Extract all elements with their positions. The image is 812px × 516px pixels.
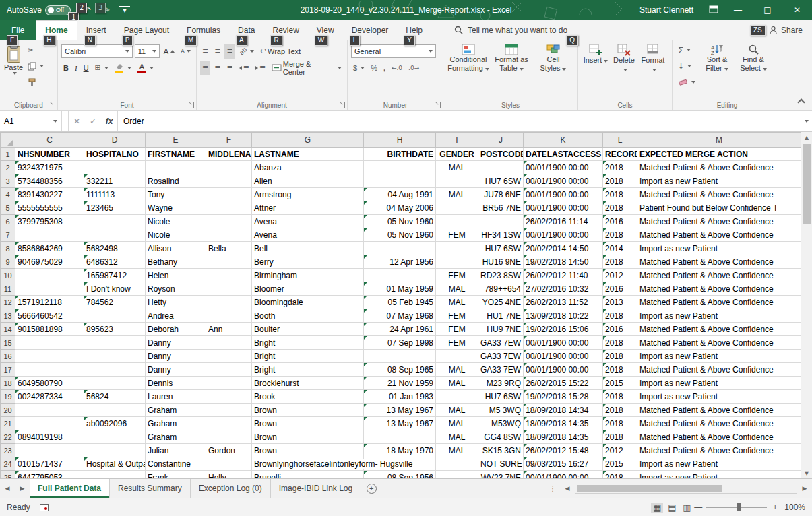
horizontal-scrollbar-thumb[interactable] (577, 485, 722, 492)
cell[interactable] (364, 242, 436, 255)
cell[interactable]: 2018 (603, 174, 637, 188)
cell[interactable]: Brocklehurst (252, 377, 364, 390)
cell[interactable]: 20/02/2014 14:50 (524, 242, 603, 255)
cell[interactable]: GA33 7EW (478, 350, 524, 363)
cell[interactable] (15, 336, 84, 350)
cell[interactable]: FIRSTNAME (146, 148, 206, 161)
cell[interactable]: 09/03/2015 16:27 (524, 457, 603, 471)
row-header-2[interactable]: 2 (1, 161, 15, 174)
insert-cells-button[interactable]: Insert (582, 42, 610, 75)
cell[interactable]: Import as new Patient (637, 471, 801, 479)
page-layout-view-button[interactable]: ▤ (666, 503, 678, 513)
cell[interactable]: Graham (146, 404, 206, 417)
cell[interactable]: HOSPITALNO (84, 148, 146, 161)
cell[interactable]: Matched Patient & Above Confidence (637, 404, 801, 417)
find-select-button[interactable]: Find & Select (737, 42, 770, 90)
zoom-slider[interactable] (706, 507, 767, 508)
comma-style-button[interactable]: , (381, 61, 387, 75)
close-button[interactable]: ✕ (782, 0, 812, 20)
cell[interactable]: HU9 7NE (478, 323, 524, 336)
cell[interactable]: 2018 (603, 161, 637, 174)
cell[interactable] (206, 296, 252, 309)
cell[interactable]: 2018 (603, 336, 637, 350)
cell[interactable]: 19/02/2018 15:28 (524, 390, 603, 404)
cell[interactable]: Brook (252, 390, 364, 404)
ribbon-tab-page-layout[interactable]: Page LayoutP (115, 20, 178, 40)
column-header-D[interactable]: D (84, 133, 146, 148)
cell[interactable]: Bright (252, 350, 364, 363)
cell[interactable]: FEM (436, 323, 478, 336)
ribbon-tab-file[interactable]: FileF (0, 20, 36, 40)
cell[interactable]: MAL (436, 404, 478, 417)
cell[interactable] (15, 228, 84, 242)
cell[interactable]: 19/02/2016 15:06 (524, 323, 603, 336)
cell[interactable]: Allison (146, 242, 206, 255)
cell[interactable]: Matched Patient & Above Confidence (637, 228, 801, 242)
fill-button[interactable]: ↓ (676, 59, 697, 73)
hscroll-left-arrow[interactable]: ◀ (560, 479, 575, 498)
increase-font-button[interactable]: A (162, 44, 177, 59)
row-header-10[interactable]: 10 (1, 269, 15, 282)
cell[interactable]: Constantine (146, 457, 206, 471)
formula-bar-expand-button[interactable] (799, 111, 812, 131)
cell[interactable] (206, 404, 252, 417)
align-center-button[interactable]: ≡ (212, 61, 222, 75)
enter-button[interactable]: ✓ (85, 117, 101, 126)
cell[interactable]: 27/02/2016 10:32 (524, 282, 603, 296)
vertical-scrollbar[interactable]: ▲ ▼ (801, 132, 812, 478)
cell[interactable]: 0024287334 (15, 390, 84, 404)
cell[interactable]: Andrea (146, 309, 206, 323)
fill-color-button[interactable] (113, 61, 133, 75)
row-header-12[interactable]: 12 (1, 296, 15, 309)
cell[interactable]: MIDDLENAM (206, 148, 252, 161)
cell[interactable]: Allen (252, 174, 364, 188)
cell[interactable] (436, 174, 478, 188)
cell[interactable]: GG4 8SW (478, 430, 524, 444)
cell[interactable] (478, 161, 524, 174)
ribbon-tab-developer[interactable]: DeveloperL (343, 20, 398, 40)
number-dialog-launcher[interactable] (435, 102, 441, 108)
sheet-nav-left[interactable]: ◀ (0, 479, 15, 498)
clipboard-dialog-launcher[interactable] (49, 102, 55, 108)
cell[interactable]: Tony (146, 188, 206, 201)
cell[interactable] (206, 174, 252, 188)
cell[interactable]: FEM (436, 336, 478, 350)
cell[interactable]: Matched Patient & Above Confidence (637, 269, 801, 282)
cell[interactable] (84, 404, 146, 417)
cell[interactable]: GENDER (436, 148, 478, 161)
cell[interactable]: M5 3WQ (478, 404, 524, 417)
cell[interactable]: Import as new Patient (637, 457, 801, 471)
vertical-scrollbar-thumb[interactable] (803, 144, 811, 224)
cell[interactable]: 18/09/2018 14:35 (524, 430, 603, 444)
cell[interactable]: GA33 7EW (478, 336, 524, 350)
cell[interactable]: Matched Patient & Above Confidence (637, 215, 801, 228)
share-button[interactable]: ZS Share (769, 20, 803, 40)
autosave-toggle[interactable]: AutoSave Off 1 (7, 5, 71, 15)
row-header-6[interactable]: 6 (1, 215, 15, 228)
cell[interactable]: Danny (146, 336, 206, 350)
row-header-9[interactable]: 9 (1, 255, 15, 269)
row-header-19[interactable]: 19 (1, 390, 15, 404)
cell[interactable]: 05 Feb 1945 (364, 296, 436, 309)
column-header-G[interactable]: G (252, 133, 364, 148)
cell[interactable]: 04 Aug 1991 (364, 188, 436, 201)
cell[interactable]: Julian (146, 444, 206, 457)
cell[interactable]: Graham (146, 417, 206, 430)
cell[interactable]: YO25 4NE (478, 296, 524, 309)
align-right-button[interactable]: ≡ (224, 61, 235, 75)
cell[interactable]: I Don't know (84, 282, 146, 296)
cell[interactable]: Import as new Patient (637, 350, 801, 363)
cell[interactable]: FEM (436, 309, 478, 323)
cell[interactable]: M23 9RQ (478, 377, 524, 390)
ribbon-tab-home[interactable]: HomeH (36, 20, 77, 40)
bottom-align-button[interactable]: ≡ (224, 44, 235, 59)
conditional-formatting-button[interactable]: Conditional Formatting (447, 42, 490, 74)
cell[interactable]: 8391430227 (15, 188, 84, 201)
cell[interactable] (84, 363, 146, 377)
cell[interactable]: 00/01/1900 00:00 (524, 188, 603, 201)
cell[interactable]: 08 Sep 1956 (364, 471, 436, 479)
cell[interactable]: Armstrong (252, 188, 364, 201)
cell[interactable]: 2016 (603, 323, 637, 336)
cell[interactable] (15, 269, 84, 282)
cell[interactable]: 26/02/2012 11:40 (524, 269, 603, 282)
